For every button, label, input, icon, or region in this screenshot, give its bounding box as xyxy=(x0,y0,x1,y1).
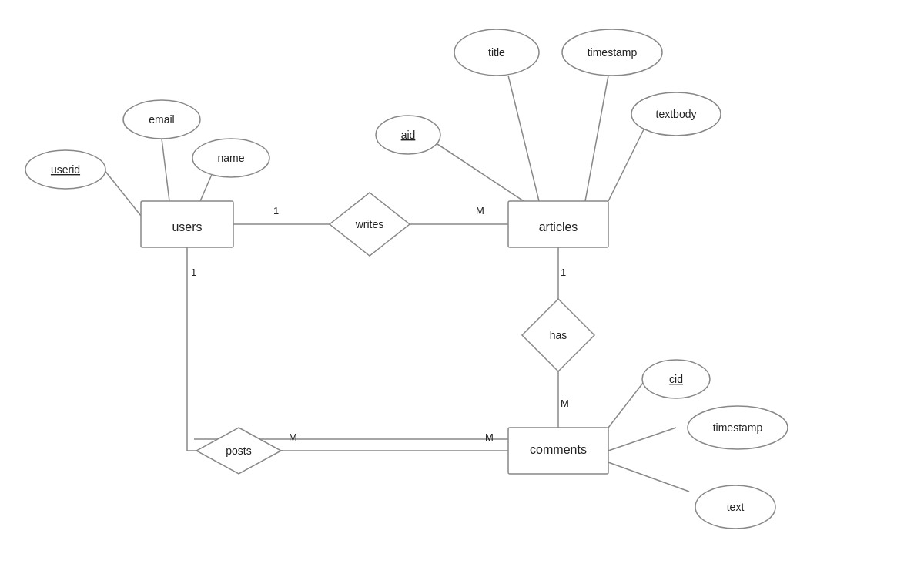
attr-userid-label: userid xyxy=(51,163,80,176)
attr-title-label: title xyxy=(488,46,505,59)
svg-line-8 xyxy=(608,428,676,451)
rel-posts-label: posts xyxy=(226,445,251,457)
card-has-comments: M xyxy=(561,398,569,409)
svg-line-4 xyxy=(508,76,539,201)
card-articles-has: 1 xyxy=(561,267,566,278)
attr-cid-label: cid xyxy=(669,373,683,385)
entity-users-label: users xyxy=(172,220,202,233)
card-writes-articles: M xyxy=(476,205,484,217)
attr-email-label: email xyxy=(149,113,174,126)
svg-line-3 xyxy=(435,143,524,201)
entity-comments-label: comments xyxy=(530,443,587,456)
card-users-writes: 1 xyxy=(273,205,279,217)
svg-line-9 xyxy=(608,462,689,492)
svg-line-5 xyxy=(585,76,608,201)
svg-line-0 xyxy=(104,170,141,216)
svg-line-6 xyxy=(608,123,647,201)
card-posts-comments: M xyxy=(485,431,494,443)
rel-writes-label: writes xyxy=(355,218,384,230)
attr-aid-label: aid xyxy=(401,129,416,141)
entity-articles-label: articles xyxy=(539,220,578,233)
attr-name-label: name xyxy=(217,152,244,164)
attr-timestamp-comments-label: timestamp xyxy=(713,421,763,434)
attr-timestamp-articles-label: timestamp xyxy=(588,46,638,59)
svg-line-7 xyxy=(608,383,643,428)
card-users-posts: 1 xyxy=(191,267,196,278)
card-posts-users: M xyxy=(289,431,297,443)
attr-text-label: text xyxy=(727,501,745,513)
attr-textbody-label: textbody xyxy=(656,108,697,120)
rel-has-label: has xyxy=(550,329,567,341)
svg-line-1 xyxy=(162,139,169,201)
